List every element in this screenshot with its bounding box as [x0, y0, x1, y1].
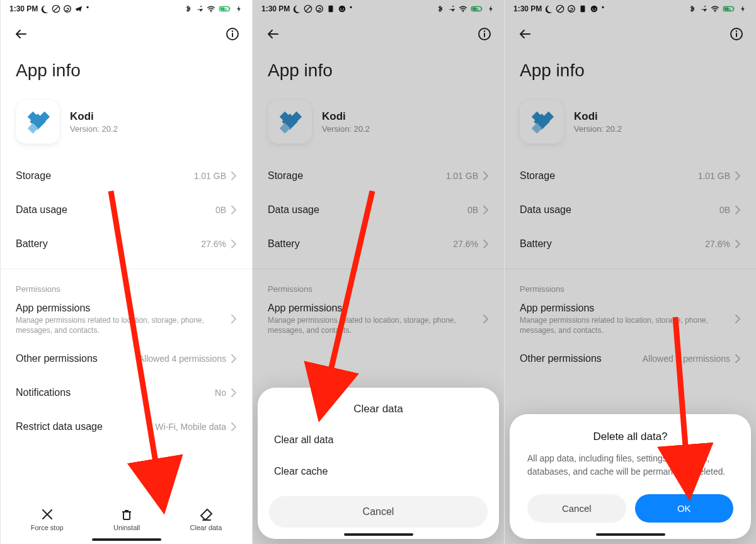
row-other-permissions[interactable]: Other permissionsAllowed 4 permissions — [520, 342, 741, 376]
dialog-title: Delete all data? — [527, 431, 733, 452]
row-storage[interactable]: Storage1.01 GB — [268, 159, 489, 193]
info-button[interactable] — [730, 27, 743, 43]
bottom-action-bar: Force stop Uninstall Clear data — [1, 500, 252, 544]
row-value: 27.6% — [201, 239, 226, 249]
chevron-right-icon — [231, 240, 237, 248]
app-header: Kodi Version: 20.2 — [16, 93, 237, 159]
dnd-icon — [556, 4, 564, 13]
row-app-permissions[interactable]: App permissionsManage permissions relate… — [520, 296, 741, 342]
info-button[interactable] — [226, 27, 239, 43]
home-indicator[interactable] — [596, 533, 665, 536]
row-other-permissions[interactable]: Other permissions Allowed 4 permissions — [16, 342, 237, 376]
clear-cache-button[interactable]: Clear cache — [269, 456, 488, 487]
dialog-body: All app data, including files, settings,… — [527, 452, 733, 478]
row-value: Allowed 4 permissions — [139, 354, 226, 364]
whatsapp-icon — [315, 4, 324, 13]
moon-icon — [40, 4, 49, 13]
app-name: Kodi — [322, 110, 370, 123]
eraser-icon — [199, 507, 213, 521]
info-button[interactable] — [478, 27, 491, 43]
status-bar: 1:30 PM · 50 — [1, 0, 252, 18]
row-data-usage[interactable]: Data usage 0B — [16, 193, 237, 227]
row-restrict-data[interactable]: Restrict data usage Wi-Fi, Mobile data — [16, 410, 237, 444]
dialog-ok-button[interactable]: OK — [635, 494, 734, 523]
svg-text:50: 50 — [727, 8, 731, 11]
charging-icon — [234, 4, 243, 13]
status-time: 1:30 PM — [513, 4, 542, 13]
app-bar — [1, 18, 252, 53]
chevron-right-icon — [735, 315, 741, 323]
whatsapp-icon — [63, 4, 72, 13]
row-label: Data usage — [16, 204, 67, 216]
clear-data-sheet: Clear data Clear all data Clear cache Ca… — [258, 388, 499, 539]
row-value: 0B — [215, 205, 226, 215]
chevron-right-icon — [735, 205, 741, 214]
row-storage[interactable]: Storage1.01 GB — [520, 159, 741, 193]
status-time: 1:30 PM — [261, 4, 290, 13]
trash-icon — [120, 507, 134, 521]
chevron-right-icon — [231, 315, 237, 323]
app-icon-kodi — [268, 100, 312, 144]
chevron-right-icon — [735, 240, 741, 248]
clear-data-button[interactable]: Clear data — [190, 507, 222, 531]
screen-1: 1:30 PM · 50 App info Kodi Version: 20.2 — [0, 0, 252, 544]
dnd-icon — [52, 4, 60, 13]
home-indicator[interactable] — [344, 533, 413, 536]
cancel-button[interactable]: Cancel — [269, 496, 488, 528]
dialog-cancel-button[interactable]: Cancel — [527, 494, 626, 523]
app-version: Version: 20.2 — [574, 124, 622, 134]
page-title: App info — [505, 53, 756, 93]
row-value: 1.01 GB — [194, 171, 226, 181]
clear-all-data-button[interactable]: Clear all data — [269, 424, 488, 456]
charging-icon — [738, 4, 747, 13]
chevron-right-icon — [483, 240, 489, 248]
row-app-permissions[interactable]: App permissions Manage permissions relat… — [16, 296, 237, 342]
row-value: No — [215, 388, 226, 398]
bluetooth-icon — [184, 4, 193, 13]
btn-label: Uninstall — [113, 524, 140, 531]
app-icon-kodi — [520, 100, 564, 144]
row-battery[interactable]: Battery27.6% — [268, 227, 489, 261]
airplane-icon — [195, 4, 204, 13]
chevron-right-icon — [483, 315, 489, 323]
btn-label: Force stop — [31, 524, 64, 531]
svg-text:50: 50 — [475, 8, 479, 11]
home-indicator[interactable] — [92, 538, 161, 541]
row-app-permissions[interactable]: App permissionsManage permissions relate… — [268, 296, 489, 342]
chevron-right-icon — [483, 171, 489, 180]
row-notifications[interactable]: Notifications No — [16, 376, 237, 410]
chevron-right-icon — [231, 205, 237, 214]
battery-icon: 50 — [218, 4, 232, 13]
charging-icon — [486, 4, 495, 13]
app-version: Version: 20.2 — [322, 124, 370, 134]
force-stop-button[interactable]: Force stop — [31, 507, 64, 531]
uninstall-button[interactable]: Uninstall — [113, 507, 140, 531]
dnd-icon — [304, 4, 312, 13]
row-data-usage[interactable]: Data usage0B — [268, 193, 489, 227]
app-version: Version: 20.2 — [70, 124, 118, 134]
battery-icon: 50 — [722, 4, 736, 13]
sheet-title: Clear data — [269, 400, 488, 424]
row-storage[interactable]: Storage 1.01 GB — [16, 159, 237, 193]
app-name: Kodi — [574, 110, 622, 123]
chevron-right-icon — [231, 354, 237, 363]
row-label: Battery — [16, 238, 48, 250]
page-title: App info — [253, 53, 504, 93]
row-data-usage[interactable]: Data usage0B — [520, 193, 741, 227]
row-battery[interactable]: Battery 27.6% — [16, 227, 237, 261]
perm-desc: Manage permissions related to location, … — [16, 315, 205, 335]
perm-title: App permissions — [16, 303, 205, 314]
back-button[interactable] — [13, 27, 28, 43]
chevron-right-icon — [735, 171, 741, 180]
back-button[interactable] — [265, 27, 280, 43]
back-button[interactable] — [517, 27, 532, 43]
close-icon — [40, 507, 54, 521]
reddit-icon — [590, 4, 598, 13]
row-battery[interactable]: Battery27.6% — [520, 227, 741, 261]
delete-all-dialog: Delete all data? All app data, including… — [510, 414, 751, 539]
moon-icon — [544, 4, 553, 13]
telegram-icon — [74, 4, 83, 13]
bluetooth-icon — [436, 4, 445, 13]
status-bar: 1:30 PM · 50 — [505, 0, 756, 18]
divider — [1, 269, 252, 269]
